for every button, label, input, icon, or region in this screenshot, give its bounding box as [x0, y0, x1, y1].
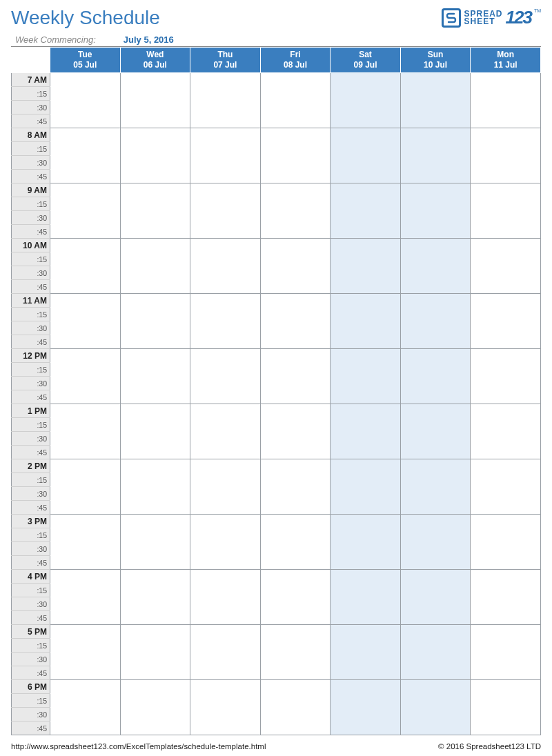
schedule-cell[interactable] [260, 321, 331, 335]
schedule-cell[interactable] [331, 128, 401, 142]
schedule-cell[interactable] [190, 101, 261, 115]
schedule-cell[interactable] [331, 694, 401, 708]
schedule-cell[interactable] [260, 335, 331, 349]
schedule-cell[interactable] [471, 556, 541, 570]
schedule-cell[interactable] [120, 639, 190, 653]
schedule-cell[interactable] [471, 73, 541, 87]
schedule-cell[interactable] [190, 321, 261, 335]
schedule-cell[interactable] [50, 335, 121, 349]
schedule-cell[interactable] [331, 459, 401, 473]
schedule-cell[interactable] [400, 335, 471, 349]
schedule-cell[interactable] [471, 639, 541, 653]
schedule-cell[interactable] [260, 170, 331, 183]
schedule-cell[interactable] [471, 211, 541, 225]
schedule-cell[interactable] [331, 142, 401, 156]
schedule-cell[interactable] [260, 473, 331, 487]
schedule-cell[interactable] [400, 597, 471, 611]
schedule-cell[interactable] [471, 680, 541, 694]
schedule-cell[interactable] [471, 708, 541, 722]
schedule-cell[interactable] [400, 722, 471, 735]
schedule-cell[interactable] [50, 294, 121, 308]
schedule-cell[interactable] [400, 584, 471, 597]
schedule-cell[interactable] [260, 197, 331, 211]
schedule-cell[interactable] [50, 101, 121, 115]
schedule-cell[interactable] [331, 653, 401, 666]
schedule-cell[interactable] [471, 170, 541, 183]
schedule-cell[interactable] [50, 211, 121, 225]
schedule-cell[interactable] [400, 142, 471, 156]
schedule-cell[interactable] [400, 115, 471, 128]
schedule-cell[interactable] [190, 308, 261, 321]
schedule-cell[interactable] [120, 418, 190, 432]
schedule-cell[interactable] [120, 611, 190, 625]
schedule-cell[interactable] [331, 335, 401, 349]
schedule-cell[interactable] [120, 170, 190, 183]
schedule-cell[interactable] [260, 115, 331, 128]
schedule-cell[interactable] [190, 211, 261, 225]
schedule-cell[interactable] [331, 584, 401, 597]
schedule-cell[interactable] [260, 377, 331, 390]
schedule-cell[interactable] [471, 280, 541, 294]
schedule-cell[interactable] [50, 170, 121, 183]
schedule-cell[interactable] [400, 570, 471, 584]
schedule-cell[interactable] [50, 666, 121, 680]
schedule-cell[interactable] [50, 128, 121, 142]
schedule-cell[interactable] [50, 363, 121, 377]
schedule-cell[interactable] [400, 294, 471, 308]
schedule-cell[interactable] [260, 239, 331, 252]
schedule-cell[interactable] [400, 708, 471, 722]
schedule-cell[interactable] [50, 73, 121, 87]
schedule-cell[interactable] [331, 197, 401, 211]
schedule-cell[interactable] [471, 321, 541, 335]
schedule-cell[interactable] [120, 653, 190, 666]
schedule-cell[interactable] [331, 446, 401, 459]
schedule-cell[interactable] [400, 639, 471, 653]
schedule-cell[interactable] [120, 197, 190, 211]
schedule-cell[interactable] [400, 694, 471, 708]
schedule-cell[interactable] [471, 239, 541, 252]
schedule-cell[interactable] [120, 73, 190, 87]
schedule-cell[interactable] [471, 377, 541, 390]
schedule-cell[interactable] [120, 115, 190, 128]
schedule-cell[interactable] [120, 377, 190, 390]
schedule-cell[interactable] [120, 528, 190, 542]
schedule-cell[interactable] [331, 101, 401, 115]
schedule-cell[interactable] [400, 101, 471, 115]
schedule-cell[interactable] [260, 128, 331, 142]
schedule-cell[interactable] [400, 390, 471, 404]
schedule-cell[interactable] [260, 694, 331, 708]
schedule-cell[interactable] [50, 266, 121, 280]
schedule-cell[interactable] [190, 515, 261, 528]
schedule-cell[interactable] [331, 708, 401, 722]
schedule-cell[interactable] [331, 266, 401, 280]
schedule-cell[interactable] [400, 308, 471, 321]
schedule-cell[interactable] [120, 666, 190, 680]
schedule-cell[interactable] [260, 308, 331, 321]
schedule-cell[interactable] [50, 708, 121, 722]
schedule-cell[interactable] [120, 266, 190, 280]
schedule-cell[interactable] [331, 501, 401, 515]
schedule-cell[interactable] [400, 156, 471, 170]
schedule-cell[interactable] [260, 584, 331, 597]
schedule-cell[interactable] [400, 321, 471, 335]
schedule-cell[interactable] [190, 570, 261, 584]
schedule-cell[interactable] [471, 115, 541, 128]
schedule-cell[interactable] [471, 501, 541, 515]
schedule-cell[interactable] [50, 625, 121, 639]
schedule-cell[interactable] [400, 473, 471, 487]
schedule-cell[interactable] [190, 87, 261, 101]
schedule-cell[interactable] [120, 142, 190, 156]
schedule-cell[interactable] [190, 252, 261, 266]
schedule-cell[interactable] [50, 142, 121, 156]
schedule-cell[interactable] [400, 459, 471, 473]
schedule-cell[interactable] [190, 225, 261, 239]
schedule-cell[interactable] [50, 87, 121, 101]
schedule-cell[interactable] [471, 225, 541, 239]
schedule-cell[interactable] [331, 349, 401, 363]
schedule-cell[interactable] [190, 280, 261, 294]
schedule-cell[interactable] [260, 142, 331, 156]
schedule-cell[interactable] [331, 280, 401, 294]
schedule-cell[interactable] [190, 473, 261, 487]
schedule-cell[interactable] [331, 239, 401, 252]
schedule-cell[interactable] [120, 570, 190, 584]
